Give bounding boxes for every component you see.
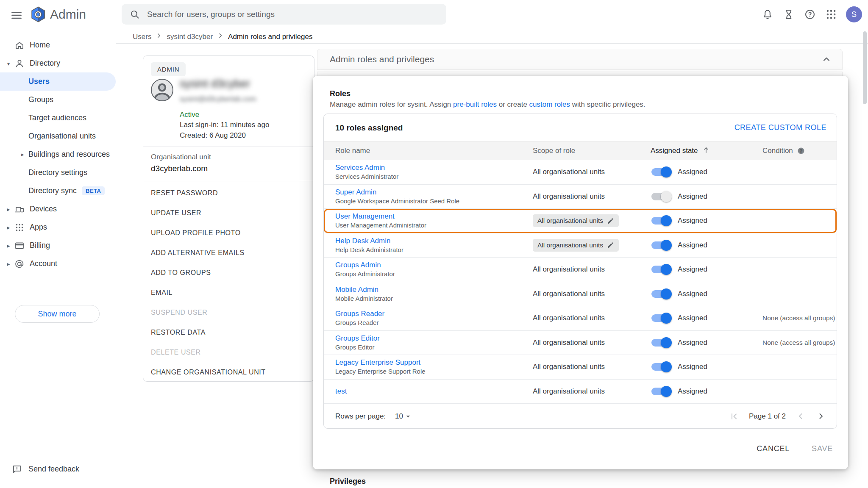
- sidebar-item-label: Target audiences: [28, 114, 86, 122]
- breadcrumb-user[interactable]: sysint d3cyber: [167, 33, 213, 41]
- user-name-blurred: sysint d3cyber: [180, 77, 250, 90]
- role-row-services-admin: Services AdminServices AdministratorAll …: [324, 160, 837, 185]
- role-subtitle: Mobile Administrator: [335, 295, 393, 302]
- assigned-toggle[interactable]: [651, 217, 671, 225]
- sidebar-item-groups[interactable]: Groups: [0, 91, 116, 109]
- help-circle-icon[interactable]: ?: [797, 147, 805, 155]
- email-button[interactable]: EMAIL: [151, 283, 266, 302]
- toggle-knob: [661, 215, 672, 226]
- role-name-link[interactable]: Groups Editor: [335, 334, 380, 343]
- assigned-toggle[interactable]: [651, 339, 671, 347]
- upload-profile-photo-button[interactable]: UPLOAD PROFILE PHOTO: [151, 223, 266, 243]
- assigned-toggle[interactable]: [651, 241, 671, 249]
- role-subtitle: Services Administrator: [335, 173, 398, 180]
- role-name-link[interactable]: Mobile Admin: [335, 286, 378, 294]
- sidebar-item-directory-sync[interactable]: Directory syncBETA: [0, 182, 116, 200]
- assigned-toggle[interactable]: [651, 314, 671, 322]
- assigned-label: Assigned: [678, 290, 707, 298]
- search-input[interactable]: [147, 10, 418, 19]
- user-status: Active: [180, 111, 199, 119]
- menu-icon[interactable]: [10, 9, 23, 20]
- condition-cell: None (access all groups): [762, 331, 837, 355]
- sidebar-item-billing[interactable]: ▸Billing: [0, 236, 116, 255]
- sidebar-item-apps[interactable]: ▸Apps: [0, 218, 116, 236]
- sidebar-item-organisational-units[interactable]: Organisational units: [0, 127, 116, 145]
- sidebar-item-home[interactable]: Home: [0, 36, 116, 54]
- toggle-knob: [661, 313, 672, 324]
- sidebar-item-buildings-and-resources[interactable]: ▸Buildings and resources: [0, 145, 116, 164]
- assigned-toggle[interactable]: [651, 168, 671, 176]
- roles-dialog: Roles Manage admin roles for sysint. Ass…: [313, 76, 848, 469]
- role-name-link[interactable]: User Management: [335, 212, 395, 221]
- assigned-label: Assigned: [678, 387, 707, 396]
- scope-cell: All organisational units: [533, 380, 647, 404]
- scope-value: All organisational units: [533, 338, 605, 347]
- sidebar-item-directory[interactable]: ▾Directory: [0, 54, 116, 72]
- create-custom-role-button[interactable]: CREATE CUSTOM ROLE: [734, 123, 826, 132]
- toggle-knob: [661, 166, 672, 177]
- save-button: SAVE: [812, 444, 833, 453]
- divider: [143, 181, 314, 181]
- chevron-right-icon[interactable]: ▸: [4, 224, 13, 231]
- reset-password-button[interactable]: RESET PASSWORD: [151, 183, 266, 203]
- scope-chip-editable[interactable]: All organisational units: [533, 239, 619, 252]
- role-name-link[interactable]: Groups Reader: [335, 310, 384, 318]
- breadcrumb-users[interactable]: Users: [133, 33, 151, 41]
- notifications-icon[interactable]: [761, 8, 774, 21]
- topbar-actions: S: [761, 0, 862, 29]
- admin-roles-section-header[interactable]: Admin roles and privileges: [317, 49, 843, 70]
- next-page-button[interactable]: [815, 411, 826, 422]
- chevron-right-icon[interactable]: ▸: [4, 206, 13, 213]
- column-assigned-state[interactable]: Assigned state: [651, 142, 710, 160]
- pre-built-roles-link[interactable]: pre-built roles: [453, 100, 497, 108]
- chevron-right-icon[interactable]: ▸: [4, 242, 13, 249]
- update-user-button[interactable]: UPDATE USER: [151, 203, 266, 223]
- section-title: Admin roles and privileges: [330, 54, 434, 64]
- show-more-button[interactable]: Show more: [15, 305, 100, 323]
- role-name-link[interactable]: test: [335, 387, 347, 396]
- billing-icon: [14, 241, 25, 251]
- sidebar-item-account[interactable]: ▸Account: [0, 255, 116, 273]
- custom-roles-link[interactable]: custom roles: [529, 100, 570, 108]
- roles-table: 10 roles assigned CREATE CUSTOM ROLE Rol…: [323, 114, 837, 429]
- role-name-link[interactable]: Super Admin: [335, 188, 376, 197]
- add-to-groups-button[interactable]: ADD TO GROUPS: [151, 263, 266, 283]
- restore-data-button[interactable]: RESTORE DATA: [151, 322, 266, 342]
- chevron-right-icon[interactable]: ▸: [21, 151, 28, 158]
- topbar: Admin S: [0, 0, 868, 29]
- role-name-link[interactable]: Groups Admin: [335, 261, 381, 269]
- account-avatar[interactable]: S: [846, 6, 862, 22]
- help-icon[interactable]: [804, 8, 816, 21]
- send-feedback-button[interactable]: Send feedback: [0, 460, 116, 478]
- role-name-cell: Mobile AdminMobile Administrator: [335, 282, 526, 306]
- condition-cell: None (access all groups): [762, 306, 837, 330]
- chevron-up-icon[interactable]: [821, 54, 832, 65]
- chevron-right-icon[interactable]: ▸: [4, 261, 13, 267]
- role-name-link[interactable]: Services Admin: [335, 164, 385, 172]
- sidebar-item-users[interactable]: Users: [0, 72, 116, 91]
- sidebar-item-directory-settings[interactable]: Directory settings: [0, 164, 116, 182]
- add-alternative-emails-button[interactable]: ADD ALTERNATIVE EMAILS: [151, 243, 266, 263]
- scope-chip-editable[interactable]: All organisational units: [533, 214, 619, 227]
- sidebar-item-target-audiences[interactable]: Target audiences: [0, 109, 116, 127]
- change-organisational-unit-button[interactable]: CHANGE ORGANISATIONAL UNIT: [151, 362, 266, 382]
- rows-per-page-select[interactable]: 10: [395, 412, 412, 421]
- assigned-toggle[interactable]: [651, 290, 671, 298]
- chevron-down-icon[interactable]: ▾: [4, 60, 13, 67]
- pagination: Page 1 of 2: [729, 411, 826, 422]
- role-name-link[interactable]: Help Desk Admin: [335, 237, 390, 245]
- sidebar-item-label: Groups: [28, 95, 53, 104]
- assigned-toggle[interactable]: [651, 388, 671, 395]
- edit-pencil-icon: [607, 241, 614, 249]
- sidebar-item-devices[interactable]: ▸Devices: [0, 200, 116, 218]
- apps-grid-icon[interactable]: [825, 8, 837, 21]
- search-bar[interactable]: [122, 4, 446, 25]
- role-name-link[interactable]: Legacy Enterprise Support: [335, 358, 420, 367]
- assigned-toggle[interactable]: [651, 266, 671, 273]
- assigned-state-cell: Assigned: [651, 380, 762, 404]
- scrollbar-thumb[interactable]: [863, 31, 867, 104]
- assigned-toggle[interactable]: [651, 363, 671, 371]
- hourglass-icon[interactable]: [782, 8, 795, 21]
- scope-cell: All organisational units: [533, 258, 647, 282]
- cancel-button[interactable]: CANCEL: [757, 444, 790, 453]
